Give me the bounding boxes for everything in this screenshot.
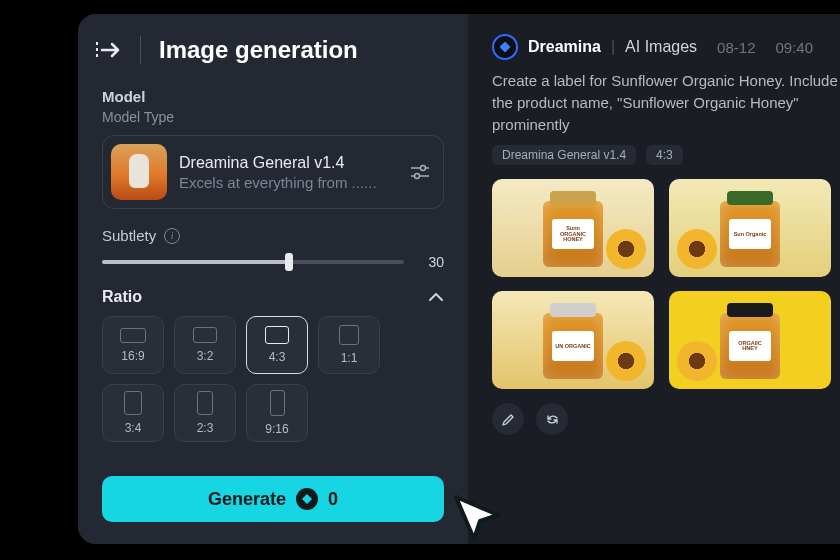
page-title: Image generation [159,36,358,64]
ratio-shape-icon [193,327,217,343]
edit-button[interactable] [492,403,524,435]
result-thumbnail[interactable]: Sunn ORGANIC HONEY [492,179,654,277]
ratio-grid: 16:9 3:2 4:3 1:1 3:4 2:3 9:16 [78,306,468,442]
ratio-option-label: 16:9 [121,349,144,363]
model-thumbnail [111,144,167,200]
sliders-icon[interactable] [409,163,431,181]
result-time: 09:40 [775,39,813,56]
result-thumbnail[interactable]: Sun Organic [669,179,831,277]
svg-point-2 [421,166,426,171]
divider: | [611,38,615,56]
result-brand: Dreamina [528,38,601,56]
ratio-option-label: 4:3 [269,350,286,364]
ratio-shape-icon [339,325,359,345]
ratio-option-label: 2:3 [197,421,214,435]
chevron-up-icon[interactable] [428,291,444,303]
svg-point-4 [415,174,420,179]
expand-icon[interactable] [94,38,122,62]
sparkle-icon [492,34,518,60]
ratio-shape-icon [120,328,146,343]
ratio-label: Ratio [102,288,142,306]
result-chip: 4:3 [646,145,683,165]
result-section: AI Images [625,38,697,56]
ratio-option-4-3[interactable]: 4:3 [246,316,308,374]
ratio-option-1-1[interactable]: 1:1 [318,316,380,374]
result-date: 08-12 [717,39,755,56]
settings-panel: Image generation Model Model Type Dreami… [78,14,468,544]
generate-cost: 0 [328,489,338,510]
ratio-shape-icon [270,390,285,416]
model-description: Excels at everything from ...... [179,174,397,191]
result-chip: Dreamina General v1.4 [492,145,636,165]
ratio-option-label: 3:2 [197,349,214,363]
subtlety-label: Subtlety [102,227,156,244]
credits-icon [296,488,318,510]
results-panel: Dreamina | AI Images 08-12 09:40 Create … [468,14,840,544]
result-thumbnails: Sunn ORGANIC HONEY Sun Organic UN ORGANI… [492,179,832,389]
subtlety-slider[interactable] [102,260,404,264]
model-section-label: Model [102,88,444,105]
prompt-text: Create a label for Sunflower Organic Hon… [492,70,840,135]
result-thumbnail[interactable]: UN ORGANIC [492,291,654,389]
regenerate-button[interactable] [536,403,568,435]
ratio-option-label: 3:4 [125,421,142,435]
ratio-shape-icon [265,326,289,344]
slider-thumb[interactable] [285,253,293,271]
ratio-option-label: 9:16 [265,422,288,436]
ratio-shape-icon [124,391,142,415]
ratio-shape-icon [197,391,213,415]
ratio-option-16-9[interactable]: 16:9 [102,316,164,374]
subtlety-value: 30 [418,254,444,270]
info-icon[interactable]: i [164,228,180,244]
generate-label: Generate [208,489,286,510]
model-selector[interactable]: Dreamina General v1.4 Excels at everythi… [102,135,444,209]
divider [140,36,141,64]
ratio-option-3-2[interactable]: 3:2 [174,316,236,374]
ratio-option-label: 1:1 [341,351,358,365]
model-name: Dreamina General v1.4 [179,154,397,172]
ratio-option-9-16[interactable]: 9:16 [246,384,308,442]
model-type-label: Model Type [102,109,444,125]
result-thumbnail[interactable]: ORGAIIC HNEY [669,291,831,389]
ratio-option-2-3[interactable]: 2:3 [174,384,236,442]
generate-button[interactable]: Generate 0 [102,476,444,522]
result-chips: Dreamina General v1.44:3 [492,145,840,165]
ratio-option-3-4[interactable]: 3:4 [102,384,164,442]
